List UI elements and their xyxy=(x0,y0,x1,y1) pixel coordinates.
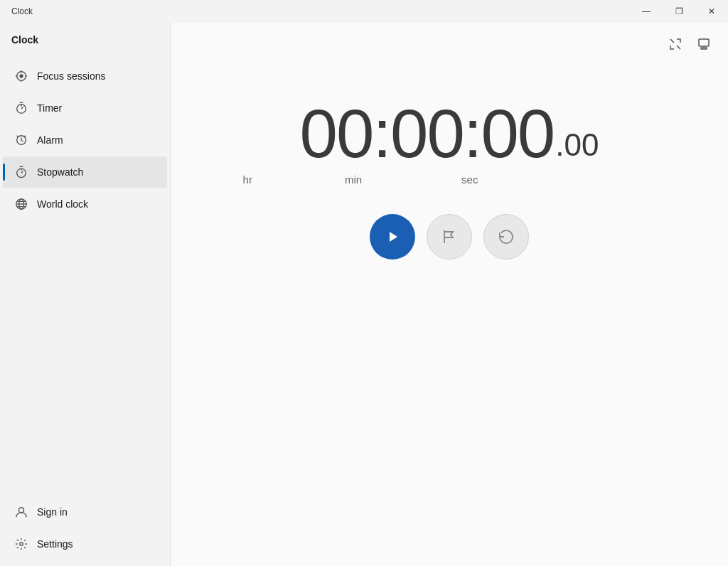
sidebar-item-sign-in[interactable]: Sign in xyxy=(3,496,167,528)
sidebar-item-label: Timer xyxy=(37,102,62,114)
title-bar: Clock — ❐ ✕ xyxy=(0,0,728,23)
seconds-display: 00 xyxy=(481,100,554,168)
sidebar-item-alarm[interactable]: Alarm xyxy=(3,124,167,156)
minutes-display: 00 xyxy=(390,100,464,168)
svg-marker-23 xyxy=(390,232,397,242)
svg-point-1 xyxy=(19,74,23,78)
maximize-button[interactable]: ❐ xyxy=(663,0,695,23)
svg-point-19 xyxy=(18,508,23,513)
alarm-icon xyxy=(14,133,28,147)
sidebar-item-label: Focus sessions xyxy=(37,70,105,82)
signin-icon xyxy=(14,505,28,519)
keep-on-top-button[interactable] xyxy=(691,31,717,57)
sidebar-item-stopwatch[interactable]: Stopwatch xyxy=(3,156,167,188)
hours-display: 00 xyxy=(300,100,373,168)
label-sec: sec xyxy=(461,173,478,186)
separator1: : xyxy=(373,100,390,168)
svg-rect-22 xyxy=(701,48,707,49)
close-button[interactable]: ✕ xyxy=(695,0,728,23)
sidebar-item-settings[interactable]: Settings xyxy=(3,528,167,560)
svg-point-20 xyxy=(20,543,23,546)
centiseconds-display: .00 xyxy=(555,129,599,161)
sidebar-item-world-clock[interactable]: World clock xyxy=(3,188,167,220)
sidebar: Clock Focus sessions Timer xyxy=(0,23,171,566)
settings-icon xyxy=(14,537,28,551)
separator2: : xyxy=(464,100,481,168)
window-controls: — ❐ ✕ xyxy=(630,0,728,23)
app-body: Clock Focus sessions Timer xyxy=(0,23,728,566)
svg-line-13 xyxy=(21,171,23,173)
stopwatch-controls xyxy=(370,214,529,260)
lap-button[interactable] xyxy=(427,214,472,260)
minimize-button[interactable]: — xyxy=(630,0,663,23)
timer-icon xyxy=(14,101,28,115)
sidebar-item-label: Stopwatch xyxy=(37,166,83,178)
sidebar-item-label: Alarm xyxy=(37,134,63,146)
stopwatch-display: 00 : 00 : 00 .00 hr min sec xyxy=(171,100,728,260)
play-button[interactable] xyxy=(370,214,415,260)
nav-items: Focus sessions Timer Alarm xyxy=(0,57,170,496)
sidebar-item-label: World clock xyxy=(37,198,88,210)
main-toolbar xyxy=(171,23,728,57)
label-min: min xyxy=(345,173,362,186)
time-display: 00 : 00 : 00 .00 xyxy=(300,100,599,168)
focus-icon xyxy=(14,69,28,83)
sidebar-header: Clock xyxy=(0,23,170,57)
main-content: 00 : 00 : 00 .00 hr min sec xyxy=(171,23,728,566)
app-title: Clock xyxy=(11,6,33,16)
time-labels: hr min sec xyxy=(171,173,728,186)
sidebar-item-label: Settings xyxy=(37,538,73,550)
stopwatch-icon xyxy=(14,165,28,179)
reset-button[interactable] xyxy=(483,214,529,260)
sidebar-bottom: Sign in Settings xyxy=(0,496,170,566)
label-hr: hr xyxy=(243,173,252,186)
sidebar-title: Clock xyxy=(11,34,38,46)
world-clock-icon xyxy=(14,197,28,211)
sidebar-item-timer[interactable]: Timer xyxy=(3,92,167,124)
sidebar-item-label: Sign in xyxy=(37,506,68,518)
sidebar-item-focus-sessions[interactable]: Focus sessions xyxy=(3,60,167,92)
expand-button[interactable] xyxy=(663,31,688,57)
svg-line-9 xyxy=(21,107,23,109)
svg-rect-21 xyxy=(699,39,709,46)
